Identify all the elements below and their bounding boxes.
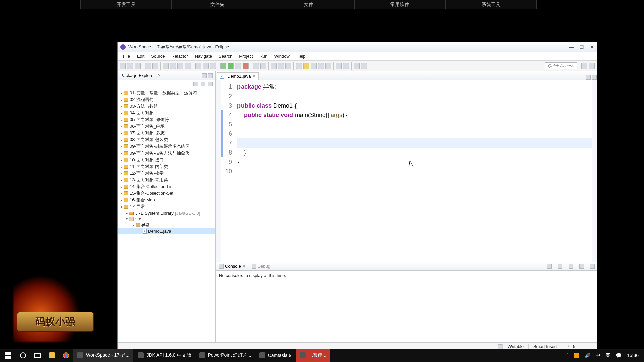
menu-file[interactable]: File bbox=[120, 53, 133, 59]
tb-persp-debug-icon[interactable] bbox=[589, 63, 595, 69]
menu-edit[interactable]: Edit bbox=[133, 53, 148, 59]
link-editor-icon[interactable] bbox=[201, 82, 205, 86]
project-item[interactable]: ▸04-面向对象 bbox=[118, 110, 215, 116]
project-item[interactable]: ▸02-流程语句 bbox=[118, 96, 215, 103]
tray-chevron-icon[interactable]: ˄ bbox=[566, 353, 568, 358]
maximize-button[interactable]: ☐ bbox=[580, 44, 584, 50]
minimize-button[interactable]: — bbox=[569, 44, 574, 50]
project-item[interactable]: ▸07-面向对象_多态 bbox=[118, 130, 215, 136]
project-item[interactable]: ▸15-集合-Collection-Set bbox=[118, 190, 215, 197]
tb-resume-icon[interactable] bbox=[163, 63, 169, 69]
tb-back-icon[interactable] bbox=[354, 63, 360, 69]
tb-stepinto-icon[interactable] bbox=[195, 63, 201, 69]
tb-newpkg-icon[interactable] bbox=[260, 63, 266, 69]
taskbar-app[interactable]: Camtasia 9 bbox=[255, 349, 296, 362]
pinned-explorer[interactable] bbox=[45, 349, 59, 362]
project-item[interactable]: ▸06-面向对象_继承 bbox=[118, 123, 215, 130]
package-item[interactable]: ▾异常 bbox=[118, 222, 215, 228]
project-tree[interactable]: ▸01-变量，常量，数据类型，运算符▸02-流程语句▸03-方法与数组▸04-面… bbox=[118, 88, 215, 342]
project-item[interactable]: ▸05-面向对象_修饰符 bbox=[118, 116, 215, 123]
menu-help[interactable]: Help bbox=[293, 53, 309, 59]
tb-stepover-icon[interactable] bbox=[203, 63, 209, 69]
view-max-icon[interactable] bbox=[208, 73, 213, 78]
tb-stepreturn-icon[interactable] bbox=[210, 63, 216, 69]
cortana-button[interactable] bbox=[16, 349, 30, 362]
tb-newclass-icon[interactable] bbox=[253, 63, 259, 69]
tb-save-icon[interactable] bbox=[127, 63, 133, 69]
project-item[interactable]: ▸12-面向对象-枚举 bbox=[118, 170, 215, 177]
view-menu-icon[interactable] bbox=[208, 82, 213, 86]
tb-prev-ann-icon[interactable] bbox=[343, 63, 349, 69]
taskbar-app[interactable]: PowerPoint 幻灯片... bbox=[195, 349, 255, 362]
tray-notify-icon[interactable]: 💬 bbox=[616, 353, 622, 358]
taskbar-app[interactable]: WorkSpace - 17-异... bbox=[73, 349, 133, 362]
editor-tab[interactable]: Demo1.java ✕ bbox=[217, 72, 259, 80]
menu-navigate[interactable]: Navigate bbox=[192, 53, 215, 59]
tb-runlast-icon[interactable] bbox=[235, 63, 241, 69]
tb-new-icon[interactable] bbox=[120, 63, 126, 69]
src-folder[interactable]: ▾src bbox=[118, 216, 215, 222]
project-item[interactable]: ▸08-面向对象-包装类 bbox=[118, 136, 215, 143]
tb-blockselect-icon[interactable] bbox=[318, 63, 324, 69]
console-display-icon[interactable] bbox=[558, 264, 562, 269]
taskview-button[interactable] bbox=[30, 349, 45, 362]
close-view-icon[interactable]: ✕ bbox=[158, 73, 161, 78]
tray-network-icon[interactable]: 📶 bbox=[574, 353, 579, 358]
tb-run-icon[interactable] bbox=[228, 63, 234, 69]
editor-max-icon[interactable] bbox=[592, 75, 597, 80]
system-tray[interactable]: ˄ 📶 🔊 中 英 💬 16:36 bbox=[560, 352, 644, 358]
taskbar-app[interactable]: JDK API 1.6.0 中文版 bbox=[133, 349, 195, 362]
desk-tab[interactable]: 常用软件 bbox=[354, 0, 445, 9]
console-tab[interactable]: Console ✕ bbox=[218, 264, 246, 269]
project-item[interactable]: ▸11-面向对象-内部类 bbox=[118, 163, 215, 170]
tb-toggle-icon[interactable] bbox=[311, 63, 317, 69]
project-item-expanded[interactable]: ▾17-异常 bbox=[118, 203, 215, 210]
project-item[interactable]: ▸13-面向对象-常用类 bbox=[118, 177, 215, 183]
desk-tab[interactable]: 文件 bbox=[263, 0, 354, 9]
taskbar-app[interactable]: 已暂停... bbox=[296, 349, 330, 362]
tb-mark-icon[interactable] bbox=[303, 63, 309, 69]
tb-disconnect-icon[interactable] bbox=[185, 63, 191, 69]
tb-stop-icon[interactable] bbox=[177, 63, 183, 69]
tb-pin-icon[interactable] bbox=[296, 63, 302, 69]
tb-next-ann-icon[interactable] bbox=[336, 63, 342, 69]
view-min-icon[interactable] bbox=[202, 73, 207, 78]
jre-library[interactable]: ▸JRE System Library[JavaSE-1.8] bbox=[118, 210, 215, 216]
java-file-item[interactable]: Demo1.java bbox=[118, 228, 215, 234]
menu-refactor[interactable]: Refactor bbox=[168, 53, 192, 59]
project-item[interactable]: ▸03-方法与数组 bbox=[118, 103, 215, 110]
project-item[interactable]: ▸09-面向对象-封装继承多态练习 bbox=[118, 143, 215, 150]
collapse-all-icon[interactable] bbox=[193, 82, 198, 86]
desk-tab[interactable]: 文件夹 bbox=[172, 0, 263, 9]
tray-time[interactable]: 16:36 bbox=[627, 353, 639, 358]
tb-debug-icon[interactable] bbox=[220, 63, 226, 69]
tb-showws-icon[interactable] bbox=[325, 63, 331, 69]
debug-tab[interactable]: Debug bbox=[250, 264, 270, 269]
tb-pause-icon[interactable] bbox=[170, 63, 176, 69]
close-tab-icon[interactable]: ✕ bbox=[253, 74, 256, 78]
tb-fwd-icon[interactable] bbox=[361, 63, 367, 69]
menu-project[interactable]: Project bbox=[236, 53, 256, 59]
start-button[interactable] bbox=[0, 349, 16, 362]
menu-search[interactable]: Search bbox=[215, 53, 236, 59]
project-item[interactable]: ▸01-变量，常量，数据类型，运算符 bbox=[118, 89, 215, 96]
console-pin-icon[interactable] bbox=[547, 264, 552, 269]
console-max-icon[interactable] bbox=[590, 264, 595, 269]
tb-saveall-icon[interactable] bbox=[135, 63, 141, 69]
editor-min-icon[interactable] bbox=[586, 75, 591, 80]
menu-source[interactable]: Source bbox=[148, 53, 168, 59]
close-console-icon[interactable]: ✕ bbox=[243, 264, 246, 268]
ime-lang[interactable]: 中 bbox=[596, 352, 600, 358]
tb-search-icon[interactable] bbox=[278, 63, 284, 69]
console-min-icon[interactable] bbox=[579, 264, 584, 269]
close-button[interactable]: ✕ bbox=[590, 44, 594, 50]
tb-opentype-icon[interactable] bbox=[271, 63, 277, 69]
project-item[interactable]: ▸14-集合-Collection-List bbox=[118, 183, 215, 190]
quick-access-input[interactable]: Quick Access bbox=[545, 62, 577, 69]
ime-kbd[interactable]: 英 bbox=[606, 352, 610, 358]
menu-window[interactable]: Window bbox=[271, 53, 293, 59]
pinned-chrome[interactable] bbox=[59, 349, 73, 362]
desk-tab[interactable]: 系统工具 bbox=[445, 0, 537, 9]
desk-tab[interactable]: 开发工具 bbox=[80, 0, 172, 9]
console-open-icon[interactable] bbox=[569, 264, 573, 269]
